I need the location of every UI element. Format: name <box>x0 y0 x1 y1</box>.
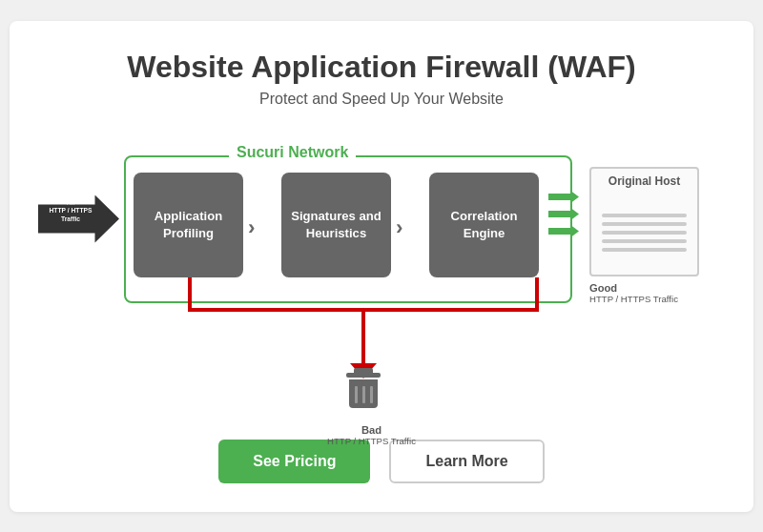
trash-stripe-3 <box>370 386 373 403</box>
host-lines <box>597 197 691 269</box>
traffic-label: AllHTTP / HTTPSTraffic <box>42 199 99 224</box>
arrow-shape: AllHTTP / HTTPSTraffic <box>38 195 119 243</box>
trash-stripe-2 <box>362 386 365 403</box>
page-subtitle: Protect and Speed Up Your Website <box>29 91 734 108</box>
original-host-box: Original Host <box>589 167 699 276</box>
main-card: Website Application Firewall (WAF) Prote… <box>10 21 753 512</box>
red-line-down <box>361 308 365 370</box>
page-title: Website Application Firewall (WAF) <box>29 50 734 85</box>
box-correlation: Correlation Engine <box>429 173 539 277</box>
host-line-2 <box>602 222 687 226</box>
host-line-5 <box>602 248 687 252</box>
sucuri-label: Sucuri Network <box>229 144 356 161</box>
trash-body <box>349 379 378 408</box>
traffic-arrow: AllHTTP / HTTPSTraffic <box>38 195 119 243</box>
host-line-1 <box>602 214 687 217</box>
red-line-left <box>188 277 192 310</box>
trash-icon <box>340 373 387 420</box>
red-line-right <box>535 277 539 310</box>
good-sublabel: HTTP / HTTPS Traffic <box>589 294 678 304</box>
diagram-area: Sucuri Network AllHTTP / HTTPSTraffic Ap… <box>38 127 725 422</box>
green-arrow-2 <box>548 209 579 220</box>
chevron-arrow-1: › <box>248 215 255 240</box>
box-app-profiling: Application Profiling <box>134 173 243 277</box>
original-host-label: Original Host <box>597 174 691 188</box>
green-arrow-3 <box>548 226 579 237</box>
good-traffic-label: Good HTTP / HTTPS Traffic <box>589 282 678 304</box>
trash-stripe-1 <box>355 386 358 403</box>
host-line-4 <box>602 239 687 243</box>
bad-label: Bad <box>327 424 416 436</box>
box-sig-heuristics: Signatures and Heuristics <box>281 173 391 277</box>
good-label: Good <box>589 282 678 294</box>
green-arrows <box>548 192 579 237</box>
green-arrow-1 <box>548 192 579 203</box>
host-line-3 <box>602 231 687 235</box>
chevron-arrow-2: › <box>396 215 402 240</box>
bad-sublabel: HTTP / HTTPS Traffic <box>327 436 416 446</box>
trash-lid <box>346 373 381 378</box>
bad-traffic-label: Bad HTTP / HTTPS Traffic <box>327 424 416 446</box>
